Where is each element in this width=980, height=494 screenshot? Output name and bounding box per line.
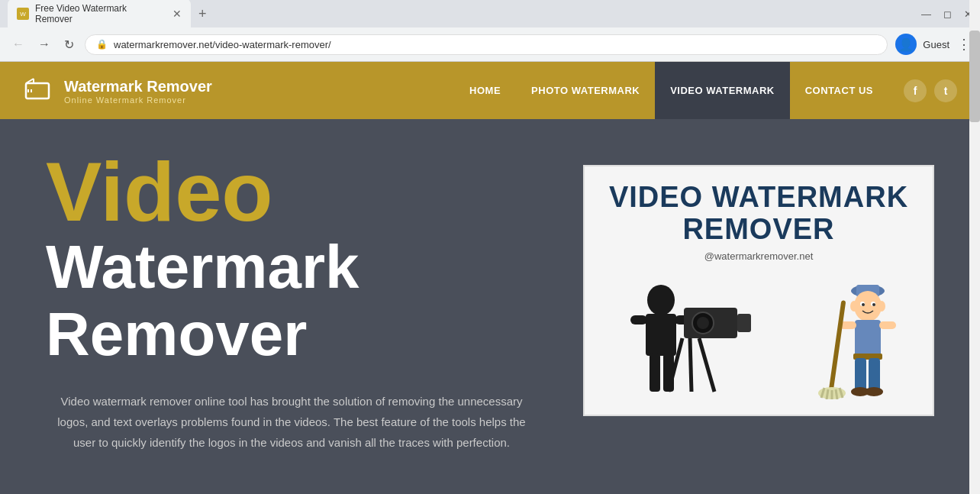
svg-point-5 <box>647 285 675 315</box>
brand-title: Watermark Remover <box>64 77 212 95</box>
brand-icon <box>23 74 56 108</box>
image-box-title: VIDEO WATERMARK REMOVER <box>609 182 908 246</box>
svg-line-17 <box>699 338 714 392</box>
svg-point-23 <box>862 303 865 306</box>
window-controls: — ◻ ✕ <box>921 8 972 20</box>
nav-home[interactable]: HOME <box>454 62 516 119</box>
restore-button[interactable]: ◻ <box>943 8 952 20</box>
navbar: Watermark Remover Online Watermark Remov… <box>0 62 980 119</box>
nav-photo-watermark[interactable]: PHOTO WATERMARK <box>516 62 655 119</box>
svg-line-38 <box>827 389 828 399</box>
svg-rect-6 <box>646 314 676 356</box>
svg-rect-30 <box>869 358 880 392</box>
svg-rect-29 <box>855 358 866 392</box>
tab-favicon: W <box>17 8 29 20</box>
nav-social: f t <box>904 79 957 102</box>
hero-section: Video Watermark Remover Video watermark … <box>0 119 980 494</box>
tab-title: Free Video Watermark Remover <box>35 3 166 24</box>
forward-button[interactable]: → <box>35 34 53 54</box>
brand-text: Watermark Remover Online Watermark Remov… <box>64 77 212 105</box>
twitter-icon[interactable]: t <box>934 79 957 102</box>
cameraman-illustration <box>600 277 753 399</box>
hero-text: Video Watermark Remover Video watermark … <box>46 150 537 453</box>
hero-description: Video watermark remover online tool has … <box>46 391 537 453</box>
back-button[interactable]: ← <box>9 34 27 54</box>
svg-rect-9 <box>650 354 660 392</box>
svg-point-24 <box>872 303 875 306</box>
nav-contact-us[interactable]: CONTACT US <box>790 62 888 119</box>
scrollbar-thumb[interactable] <box>969 31 980 122</box>
active-tab[interactable]: W Free Video Watermark Remover ✕ <box>8 0 191 29</box>
facebook-icon[interactable]: f <box>904 79 927 102</box>
profile-icon[interactable]: 👤 <box>895 34 917 55</box>
svg-line-16 <box>690 338 691 392</box>
hero-title-watermark-remover: Watermark Remover <box>46 234 537 368</box>
browser-tabs: W Free Video Watermark Remover ✕ + <box>8 0 921 29</box>
browser-titlebar: W Free Video Watermark Remover ✕ + — ◻ ✕ <box>0 0 980 27</box>
hero-image-box: VIDEO WATERMARK REMOVER @watermarkremove… <box>583 165 934 416</box>
svg-rect-0 <box>26 83 49 98</box>
website: Watermark Remover Online Watermark Remov… <box>0 62 980 494</box>
svg-point-32 <box>865 387 883 396</box>
url-text: watermarkremover.net/video-watermark-rem… <box>114 39 876 50</box>
nav-links: HOME PHOTO WATERMARK VIDEO WATERMARK CON… <box>454 62 888 119</box>
address-bar[interactable]: 🔒 watermarkremover.net/video-watermark-r… <box>85 34 888 55</box>
svg-rect-35 <box>827 300 846 399</box>
image-box-illustration <box>600 277 917 399</box>
image-box-url: @watermarkremover.net <box>704 250 814 262</box>
scrollbar[interactable] <box>969 0 980 494</box>
svg-rect-34 <box>879 321 896 329</box>
svg-point-26 <box>878 301 885 312</box>
janitor-illustration <box>818 277 917 399</box>
brand-subtitle: Online Watermark Remover <box>64 95 212 105</box>
minimize-button[interactable]: — <box>921 8 931 20</box>
hero-title-video: Video <box>46 150 537 234</box>
svg-point-25 <box>850 301 858 312</box>
new-tab-button[interactable]: + <box>194 5 211 24</box>
svg-point-20 <box>854 291 882 321</box>
profile-area: 👤 Guest <box>895 34 949 55</box>
browser-addressbar: ← → ↻ 🔒 watermarkremover.net/video-water… <box>0 27 980 61</box>
profile-label: Guest <box>923 39 949 50</box>
svg-line-40 <box>836 389 837 399</box>
refresh-button[interactable]: ↻ <box>61 34 77 55</box>
svg-point-14 <box>697 317 709 329</box>
svg-rect-27 <box>855 320 881 358</box>
svg-rect-7 <box>630 315 647 324</box>
tab-close-button[interactable]: ✕ <box>172 8 182 20</box>
nav-video-watermark[interactable]: VIDEO WATERMARK <box>655 62 790 119</box>
browser-chrome: W Free Video Watermark Remover ✕ + — ◻ ✕… <box>0 0 980 62</box>
svg-rect-12 <box>737 314 751 332</box>
brand: Watermark Remover Online Watermark Remov… <box>23 74 212 108</box>
lock-icon: 🔒 <box>96 39 108 50</box>
